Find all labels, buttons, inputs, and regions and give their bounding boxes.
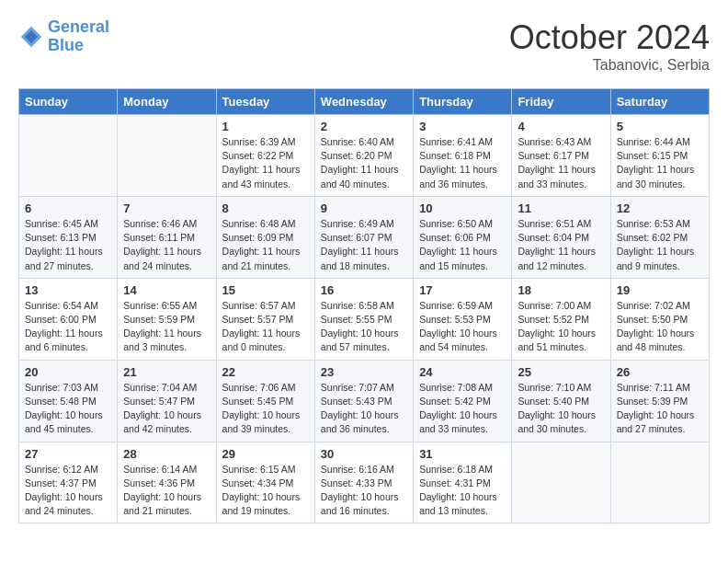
calendar-cell: [19, 115, 118, 197]
calendar-cell: 17Sunrise: 6:59 AM Sunset: 5:53 PM Dayli…: [414, 278, 512, 360]
calendar-cell: 30Sunrise: 6:16 AM Sunset: 4:33 PM Dayli…: [314, 442, 413, 523]
calendar-cell: 13Sunrise: 6:54 AM Sunset: 6:00 PM Dayli…: [19, 278, 118, 360]
day-info: Sunrise: 6:49 AM Sunset: 6:07 PM Dayligh…: [321, 217, 407, 273]
weekday-header-row: SundayMondayTuesdayWednesdayThursdayFrid…: [19, 89, 710, 115]
weekday-header: Friday: [512, 89, 610, 115]
calendar-week-row: 20Sunrise: 7:03 AM Sunset: 5:48 PM Dayli…: [19, 360, 710, 442]
day-info: Sunrise: 6:48 AM Sunset: 6:09 PM Dayligh…: [222, 217, 309, 273]
calendar-cell: 2Sunrise: 6:40 AM Sunset: 6:20 PM Daylig…: [314, 115, 413, 197]
day-info: Sunrise: 6:53 AM Sunset: 6:02 PM Dayligh…: [617, 217, 703, 273]
calendar-cell: 6Sunrise: 6:45 AM Sunset: 6:13 PM Daylig…: [19, 196, 118, 278]
logo: General Blue: [18, 18, 109, 55]
calendar-cell: 3Sunrise: 6:41 AM Sunset: 6:18 PM Daylig…: [414, 115, 512, 197]
calendar-cell: 27Sunrise: 6:12 AM Sunset: 4:37 PM Dayli…: [19, 442, 118, 523]
day-number: 14: [123, 283, 210, 297]
day-info: Sunrise: 6:12 AM Sunset: 4:37 PM Dayligh…: [25, 463, 111, 519]
calendar-cell: [118, 115, 216, 197]
day-number: 18: [518, 283, 604, 297]
day-number: 26: [617, 365, 703, 379]
calendar-cell: 23Sunrise: 7:07 AM Sunset: 5:43 PM Dayli…: [314, 360, 413, 442]
day-number: 6: [25, 201, 111, 215]
day-number: 22: [222, 365, 309, 379]
calendar-cell: 24Sunrise: 7:08 AM Sunset: 5:42 PM Dayli…: [414, 360, 512, 442]
weekday-header: Thursday: [414, 89, 512, 115]
calendar-week-row: 1Sunrise: 6:39 AM Sunset: 6:22 PM Daylig…: [19, 115, 710, 197]
day-info: Sunrise: 7:02 AM Sunset: 5:50 PM Dayligh…: [617, 299, 703, 355]
day-info: Sunrise: 6:46 AM Sunset: 6:11 PM Dayligh…: [123, 217, 210, 273]
weekday-header: Saturday: [610, 89, 709, 115]
day-number: 31: [419, 447, 506, 461]
weekday-header: Wednesday: [314, 89, 413, 115]
calendar-week-row: 13Sunrise: 6:54 AM Sunset: 6:00 PM Dayli…: [19, 278, 710, 360]
day-number: 4: [518, 120, 604, 133]
calendar-week-row: 27Sunrise: 6:12 AM Sunset: 4:37 PM Dayli…: [19, 442, 710, 523]
day-info: Sunrise: 7:10 AM Sunset: 5:40 PM Dayligh…: [518, 381, 604, 437]
title-block: October 2024 Tabanovic, Serbia: [509, 18, 710, 74]
day-info: Sunrise: 6:41 AM Sunset: 6:18 PM Dayligh…: [419, 135, 506, 191]
calendar-cell: 14Sunrise: 6:55 AM Sunset: 5:59 PM Dayli…: [118, 278, 216, 360]
day-number: 20: [25, 365, 111, 379]
day-number: 23: [321, 365, 407, 379]
day-info: Sunrise: 6:18 AM Sunset: 4:31 PM Dayligh…: [419, 463, 506, 519]
calendar-cell: 16Sunrise: 6:58 AM Sunset: 5:55 PM Dayli…: [314, 278, 413, 360]
logo-text: General Blue: [48, 18, 109, 55]
logo-icon: [18, 24, 44, 50]
page-header: General Blue October 2024 Tabanovic, Ser…: [18, 18, 710, 74]
day-info: Sunrise: 7:03 AM Sunset: 5:48 PM Dayligh…: [25, 381, 111, 437]
day-number: 24: [419, 365, 506, 379]
calendar-cell: 8Sunrise: 6:48 AM Sunset: 6:09 PM Daylig…: [216, 196, 314, 278]
location-subtitle: Tabanovic, Serbia: [509, 57, 710, 74]
day-info: Sunrise: 6:14 AM Sunset: 4:36 PM Dayligh…: [123, 463, 210, 519]
calendar-cell: 7Sunrise: 6:46 AM Sunset: 6:11 PM Daylig…: [118, 196, 216, 278]
day-info: Sunrise: 6:16 AM Sunset: 4:33 PM Dayligh…: [321, 463, 407, 519]
day-info: Sunrise: 7:00 AM Sunset: 5:52 PM Dayligh…: [518, 299, 604, 355]
calendar-cell: 19Sunrise: 7:02 AM Sunset: 5:50 PM Dayli…: [610, 278, 709, 360]
day-info: Sunrise: 7:11 AM Sunset: 5:39 PM Dayligh…: [617, 381, 703, 437]
calendar-cell: 25Sunrise: 7:10 AM Sunset: 5:40 PM Dayli…: [512, 360, 610, 442]
calendar-cell: [610, 442, 709, 523]
calendar-cell: [512, 442, 610, 523]
calendar-cell: 26Sunrise: 7:11 AM Sunset: 5:39 PM Dayli…: [610, 360, 709, 442]
day-info: Sunrise: 7:08 AM Sunset: 5:42 PM Dayligh…: [419, 381, 506, 437]
day-number: 16: [321, 283, 407, 297]
calendar-cell: 20Sunrise: 7:03 AM Sunset: 5:48 PM Dayli…: [19, 360, 118, 442]
calendar-table: SundayMondayTuesdayWednesdayThursdayFrid…: [18, 88, 710, 523]
day-info: Sunrise: 6:57 AM Sunset: 5:57 PM Dayligh…: [222, 299, 309, 355]
calendar-cell: 9Sunrise: 6:49 AM Sunset: 6:07 PM Daylig…: [314, 196, 413, 278]
day-number: 29: [222, 447, 309, 461]
day-info: Sunrise: 6:55 AM Sunset: 5:59 PM Dayligh…: [123, 299, 210, 355]
calendar-cell: 29Sunrise: 6:15 AM Sunset: 4:34 PM Dayli…: [216, 442, 314, 523]
weekday-header: Tuesday: [216, 89, 314, 115]
day-number: 28: [123, 447, 210, 461]
day-number: 1: [222, 120, 309, 133]
calendar-cell: 1Sunrise: 6:39 AM Sunset: 6:22 PM Daylig…: [216, 115, 314, 197]
logo-blue: Blue: [48, 37, 109, 55]
day-number: 3: [419, 120, 506, 133]
day-info: Sunrise: 6:51 AM Sunset: 6:04 PM Dayligh…: [518, 217, 604, 273]
day-info: Sunrise: 7:06 AM Sunset: 5:45 PM Dayligh…: [222, 381, 309, 437]
day-info: Sunrise: 6:15 AM Sunset: 4:34 PM Dayligh…: [222, 463, 309, 519]
calendar-week-row: 6Sunrise: 6:45 AM Sunset: 6:13 PM Daylig…: [19, 196, 710, 278]
day-number: 7: [123, 201, 210, 215]
day-info: Sunrise: 6:44 AM Sunset: 6:15 PM Dayligh…: [617, 135, 703, 191]
calendar-cell: 18Sunrise: 7:00 AM Sunset: 5:52 PM Dayli…: [512, 278, 610, 360]
day-number: 27: [25, 447, 111, 461]
day-info: Sunrise: 6:43 AM Sunset: 6:17 PM Dayligh…: [518, 135, 604, 191]
calendar-cell: 22Sunrise: 7:06 AM Sunset: 5:45 PM Dayli…: [216, 360, 314, 442]
day-number: 9: [321, 201, 407, 215]
day-number: 17: [419, 283, 506, 297]
calendar-cell: 4Sunrise: 6:43 AM Sunset: 6:17 PM Daylig…: [512, 115, 610, 197]
weekday-header: Monday: [118, 89, 216, 115]
day-number: 10: [419, 201, 506, 215]
logo-general: General: [48, 17, 109, 36]
day-number: 25: [518, 365, 604, 379]
month-title: October 2024: [509, 18, 710, 57]
calendar-cell: 5Sunrise: 6:44 AM Sunset: 6:15 PM Daylig…: [610, 115, 709, 197]
calendar-cell: 21Sunrise: 7:04 AM Sunset: 5:47 PM Dayli…: [118, 360, 216, 442]
day-info: Sunrise: 7:07 AM Sunset: 5:43 PM Dayligh…: [321, 381, 407, 437]
day-number: 8: [222, 201, 309, 215]
calendar-cell: 28Sunrise: 6:14 AM Sunset: 4:36 PM Dayli…: [118, 442, 216, 523]
day-info: Sunrise: 7:04 AM Sunset: 5:47 PM Dayligh…: [123, 381, 210, 437]
calendar-cell: 11Sunrise: 6:51 AM Sunset: 6:04 PM Dayli…: [512, 196, 610, 278]
day-info: Sunrise: 6:54 AM Sunset: 6:00 PM Dayligh…: [25, 299, 111, 355]
